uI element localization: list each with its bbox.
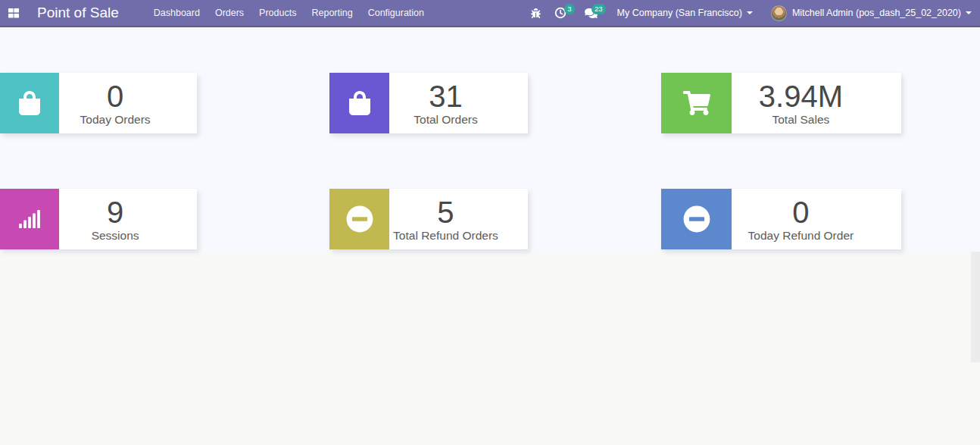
kpi-label: Today Orders	[80, 113, 151, 127]
activity-menu-button[interactable]: 3	[548, 0, 573, 26]
shopping-bag-icon	[329, 73, 389, 133]
menu-item-reporting[interactable]: Reporting	[304, 0, 360, 26]
menu-item-dashboard[interactable]: Dashboard	[146, 0, 208, 26]
apps-menu-button[interactable]	[2, 0, 25, 27]
messages-menu-button[interactable]: 23	[578, 0, 604, 26]
kpi-card-today-orders[interactable]: 0Today Orders	[0, 73, 197, 133]
navbar-menu: DashboardOrdersProductsReportingConfigur…	[146, 0, 432, 26]
debug-mode-button[interactable]	[524, 0, 548, 26]
kpi-card-total-orders[interactable]: 31Total Orders	[329, 73, 528, 133]
signal-bars-icon	[0, 189, 59, 249]
user-menu[interactable]: Mitchell Admin (pos_dash_25_02_2020)	[764, 0, 978, 26]
navbar-systray: 3 23 My Company (San Francisco) Mitchell…	[524, 0, 980, 26]
kpi-label: Total Sales	[772, 113, 829, 127]
minus-circle-icon	[329, 189, 389, 249]
kpi-value: 31	[429, 80, 463, 112]
kpi-card-body: 3.94MTotal Sales	[732, 73, 901, 133]
bug-icon	[531, 8, 541, 18]
user-avatar	[771, 5, 787, 21]
menu-item-orders[interactable]: Orders	[208, 0, 251, 26]
app-brand[interactable]: Point of Sale	[37, 5, 119, 21]
minus-circle-icon	[661, 189, 732, 249]
kpi-value: 9	[107, 196, 123, 228]
kpi-card-total-refund-orders[interactable]: 5Total Refund Orders	[329, 189, 528, 249]
company-name: My Company (San Francisco)	[617, 8, 742, 18]
kpi-card-sessions[interactable]: 9Sessions	[0, 189, 197, 249]
kpi-card-total-sales[interactable]: 3.94MTotal Sales	[661, 73, 901, 133]
kpi-value: 0	[107, 80, 123, 112]
menu-item-products[interactable]: Products	[251, 0, 304, 26]
kpi-value: 0	[792, 196, 809, 228]
kpi-card-today-refund-order[interactable]: 0Today Refund Order	[661, 189, 901, 249]
kpi-label: Total Orders	[414, 113, 477, 127]
user-name: Mitchell Admin (pos_dash_25_02_2020)	[792, 8, 961, 18]
shopping-bag-icon	[0, 73, 59, 133]
kpi-card-body: 31Total Orders	[389, 73, 528, 133]
chevron-down-icon	[747, 11, 753, 14]
kpi-label: Sessions	[92, 229, 139, 243]
kpi-card-body: 0Today Refund Order	[732, 189, 901, 249]
shopping-cart-icon	[661, 73, 732, 133]
top-navbar: Point of Sale DashboardOrdersProductsRep…	[0, 0, 980, 27]
kpi-value: 3.94M	[759, 80, 843, 112]
kpi-card-body: 0Today Orders	[59, 73, 197, 133]
chevron-down-icon	[966, 11, 972, 14]
kpi-card-body: 5Total Refund Orders	[389, 189, 528, 249]
apps-grid-icon	[8, 8, 19, 18]
menu-item-configuration[interactable]: Configuration	[360, 0, 432, 26]
messages-count-badge: 23	[591, 4, 606, 14]
kpi-card-body: 9Sessions	[59, 189, 197, 249]
company-switcher[interactable]: My Company (San Francisco)	[610, 0, 760, 26]
kpi-label: Today Refund Order	[748, 229, 854, 243]
vertical-scrollbar[interactable]	[971, 252, 980, 362]
activity-count-badge: 3	[564, 4, 574, 14]
kpi-label: Total Refund Orders	[393, 229, 498, 243]
kpi-value: 5	[437, 196, 454, 228]
